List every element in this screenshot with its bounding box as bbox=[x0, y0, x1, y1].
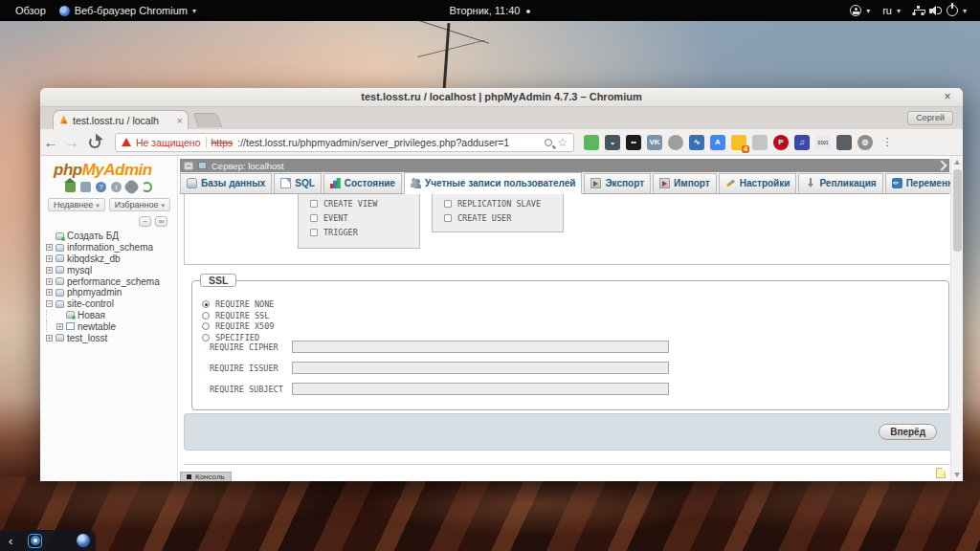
extension-icon-mascot[interactable] bbox=[836, 135, 852, 150]
tab-export[interactable]: Экспорт bbox=[584, 173, 651, 193]
tree-item-site-control[interactable]: − site-control bbox=[46, 298, 177, 310]
tab-replication[interactable]: Репликация bbox=[798, 173, 882, 193]
privilege-checkbox-row[interactable]: REPLICATION SLAVE bbox=[444, 199, 563, 209]
breadcrumb-label[interactable]: Сервер: localhost bbox=[212, 161, 284, 171]
tree-item-newtable[interactable]: + newtable bbox=[46, 320, 177, 332]
privilege-checkbox-row[interactable]: EVENT bbox=[310, 213, 419, 223]
scroll-up-arrow[interactable] bbox=[954, 160, 960, 165]
help-icon[interactable]: ? bbox=[96, 182, 106, 192]
checkbox[interactable] bbox=[310, 214, 318, 222]
address-bar[interactable]: Не защищено https ://test.losst.ru/phpmy… bbox=[115, 133, 574, 152]
radio-button[interactable] bbox=[202, 334, 210, 342]
dock-chromium-icon[interactable] bbox=[28, 534, 42, 548]
accessibility-menu[interactable]: ▾ bbox=[850, 5, 870, 16]
tree-item-information-schema[interactable]: + information_schema bbox=[46, 242, 177, 253]
window-close-button[interactable]: × bbox=[940, 90, 955, 103]
privilege-checkbox-row[interactable]: CREATE USER bbox=[444, 213, 563, 223]
tab-databases[interactable]: Базы данных bbox=[180, 173, 272, 193]
tree-item-new-database[interactable]: Создать БД bbox=[46, 231, 177, 242]
expander-icon[interactable]: − bbox=[46, 300, 53, 307]
pma-logo[interactable]: phpMyAdmin bbox=[54, 161, 177, 180]
console-toggle[interactable]: Консоль bbox=[180, 472, 232, 481]
expander-icon[interactable]: + bbox=[46, 244, 53, 251]
scroll-down-arrow[interactable] bbox=[954, 473, 960, 477]
tree-item-phpmyadmin[interactable]: + phpmyadmin bbox=[46, 287, 177, 298]
expander-icon[interactable]: + bbox=[46, 335, 53, 342]
zoom-icon[interactable] bbox=[545, 139, 552, 146]
logout-icon[interactable] bbox=[80, 182, 91, 192]
tree-item-kibqdskz-db[interactable]: + kibqdskz_db bbox=[46, 253, 177, 265]
radio-button[interactable] bbox=[202, 300, 210, 308]
tab-user-accounts[interactable]: Учетные записи пользователей bbox=[404, 172, 583, 194]
expand-icon[interactable] bbox=[936, 160, 947, 170]
ssl-option-require-none[interactable]: REQUIRE NONE bbox=[202, 299, 948, 309]
expander-icon[interactable]: + bbox=[56, 323, 63, 330]
refresh-icon[interactable] bbox=[142, 182, 152, 192]
reload-button[interactable] bbox=[89, 137, 100, 148]
extension-icon-translate[interactable]: A bbox=[710, 135, 725, 150]
extension-icon-pocket[interactable]: ⌄ bbox=[605, 135, 620, 150]
scrollbar-thumb[interactable] bbox=[953, 169, 962, 252]
link-button[interactable]: ∞ bbox=[155, 216, 167, 227]
expander-icon[interactable]: + bbox=[46, 267, 53, 274]
privilege-checkbox-row[interactable]: TRIGGER bbox=[310, 228, 419, 237]
extension-icon-gear[interactable] bbox=[668, 135, 683, 150]
browser-menu-button[interactable]: ⋮ bbox=[880, 140, 894, 144]
tree-item-performance-schema[interactable]: + performance_schema bbox=[46, 276, 177, 287]
radio-button[interactable] bbox=[202, 312, 210, 320]
keyboard-layout-menu[interactable]: ru ▾ bbox=[882, 5, 901, 16]
extension-icon-binary[interactable]: 0101 bbox=[815, 135, 831, 150]
app-menu[interactable]: Веб-браузер Chromium ▾ bbox=[59, 5, 196, 16]
require-cipher-input[interactable] bbox=[292, 341, 669, 353]
profile-button[interactable]: Сергей bbox=[907, 111, 953, 125]
bookmark-star-icon[interactable]: ☆ bbox=[557, 136, 568, 149]
extension-icon-adblock[interactable] bbox=[584, 135, 599, 150]
system-menu[interactable]: ▾ bbox=[913, 5, 967, 16]
tree-item-new-table[interactable]: Новая bbox=[46, 310, 177, 321]
activities-button[interactable]: Обзор bbox=[15, 5, 46, 16]
tab-settings[interactable]: Настройки bbox=[719, 173, 797, 193]
extension-icon-chart[interactable]: ∿ bbox=[689, 135, 704, 150]
require-issuer-input[interactable] bbox=[292, 362, 669, 374]
collapse-all-button[interactable]: − bbox=[139, 216, 151, 227]
checkbox[interactable] bbox=[310, 229, 318, 236]
tree-item-test-losst[interactable]: + test_losst bbox=[46, 332, 177, 343]
require-subject-input[interactable] bbox=[292, 383, 669, 395]
security-warning-label[interactable]: Не защищено bbox=[136, 137, 201, 148]
expander-icon[interactable]: + bbox=[46, 289, 53, 296]
dock-app-icon[interactable] bbox=[77, 534, 90, 547]
forward-button[interactable]: → bbox=[61, 134, 82, 150]
extension-icon-sync[interactable] bbox=[752, 135, 768, 150]
tab-sql[interactable]: SQL bbox=[274, 173, 322, 193]
dock-collapse-chevron[interactable]: ‹ bbox=[9, 534, 12, 548]
expander-icon[interactable]: + bbox=[46, 278, 53, 285]
tab-status[interactable]: Состояние bbox=[323, 173, 402, 193]
page-scrollbar[interactable] bbox=[950, 156, 963, 481]
settings-gear-icon[interactable] bbox=[126, 182, 137, 192]
privilege-checkbox-row[interactable]: CREATE VIEW bbox=[310, 199, 419, 209]
window-titlebar[interactable]: test.losst.ru / localhost | phpMyAdmin 4… bbox=[40, 88, 963, 107]
tree-item-mysql[interactable]: + mysql bbox=[46, 264, 177, 276]
tab-import[interactable]: Импорт bbox=[653, 173, 717, 193]
recent-dropdown[interactable]: Недавнее bbox=[48, 198, 105, 211]
ssl-option-require-x509[interactable]: REQUIRE X509 bbox=[202, 321, 948, 331]
extension-icon-vk[interactable]: VK bbox=[647, 135, 662, 150]
extension-icon-camera[interactable]: ◎ bbox=[858, 135, 873, 150]
extension-icon-media[interactable]: ♫ bbox=[794, 135, 810, 150]
url-text[interactable]: ://test.losst.ru/phpmyadmin/server_privi… bbox=[237, 137, 540, 148]
checkbox[interactable] bbox=[444, 200, 452, 208]
browser-tab[interactable]: test.losst.ru / localh × bbox=[53, 110, 189, 129]
new-tab-button[interactable] bbox=[193, 113, 223, 127]
ssl-option-require-ssl[interactable]: REQUIRE SSL bbox=[202, 311, 948, 320]
go-button[interactable]: Вперёд bbox=[879, 424, 937, 440]
note-icon[interactable] bbox=[936, 468, 946, 478]
extension-icon-pinterest[interactable]: P bbox=[773, 135, 789, 150]
info-icon[interactable]: i bbox=[111, 182, 122, 192]
favorites-dropdown[interactable]: Избранное bbox=[109, 198, 170, 211]
extension-icon-dark[interactable]: •• bbox=[626, 135, 641, 150]
home-icon[interactable] bbox=[65, 182, 76, 192]
back-button[interactable]: ← bbox=[40, 134, 61, 150]
checkbox[interactable] bbox=[444, 214, 452, 222]
extension-icon-lightbulb[interactable]: 4 bbox=[731, 135, 746, 150]
tab-close-button[interactable]: × bbox=[177, 115, 183, 126]
